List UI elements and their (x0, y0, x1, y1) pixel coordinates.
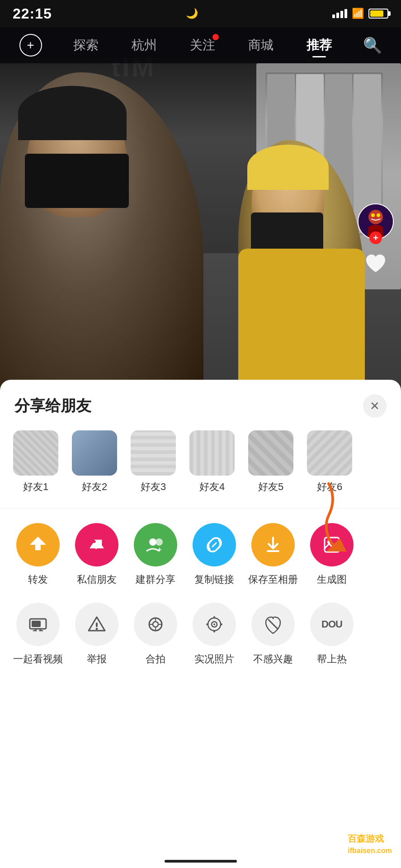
close-icon: ✕ (370, 399, 380, 413)
navigation-bar: + 探索 杭州 关注 商城 推荐 🔍 (0, 27, 401, 63)
duet-label: 合拍 (146, 652, 165, 666)
message-icon (86, 534, 108, 556)
friend-avatar (131, 430, 176, 476)
home-area (0, 684, 401, 720)
friend-avatar (189, 430, 235, 476)
friend-item[interactable]: 好友3 (128, 430, 178, 494)
message-icon-circle (75, 523, 118, 566)
action-generate[interactable]: 生成图 (305, 523, 359, 586)
save-album-label: 保存至相册 (248, 573, 298, 586)
friend-name: 好友2 (82, 480, 107, 494)
group-share-icon: + (145, 534, 166, 556)
svg-point-23 (213, 631, 215, 632)
not-interested-icon-circle (251, 603, 295, 646)
friend-item[interactable]: 好友1 (11, 430, 61, 494)
friend-avatar (13, 430, 58, 476)
promote-label: 帮上热 (317, 652, 347, 666)
friend-avatar (248, 430, 293, 476)
nav-item-hangzhou[interactable]: 杭州 (130, 33, 159, 57)
action-watch-together[interactable]: 一起看视频 (11, 603, 65, 666)
report-icon-circle (75, 603, 118, 646)
action-copy-link[interactable]: 复制链接 (187, 523, 241, 586)
not-interested-icon (262, 613, 284, 635)
actions-row-2: 一起看视频 举报 合拍 (0, 592, 401, 666)
live-photo-icon (203, 613, 225, 635)
close-button[interactable]: ✕ (363, 394, 387, 418)
plus-icon: + (27, 38, 34, 52)
live-photo-icon-circle (193, 603, 236, 646)
action-group[interactable]: + 建群分享 (128, 523, 183, 586)
heart-icon (363, 252, 388, 276)
action-promote[interactable]: DOU 帮上热 (305, 603, 359, 666)
report-label: 举报 (87, 652, 107, 666)
svg-point-22 (213, 616, 215, 618)
watermark-url: ifbaisen.com (348, 847, 392, 854)
add-button[interactable]: + (19, 34, 42, 57)
wifi-icon: 📶 (352, 8, 364, 19)
duet-icon (145, 613, 166, 635)
group-icon-circle: + (134, 523, 177, 566)
moon-icon: 🌙 (186, 8, 198, 19)
message-label: 私信朋友 (77, 573, 117, 586)
follow-plus-icon[interactable]: + (369, 231, 382, 244)
save-icon (262, 534, 284, 556)
forward-label: 转发 (28, 573, 48, 586)
action-not-interested[interactable]: 不感兴趣 (246, 603, 300, 666)
nav-item-recommend[interactable]: 推荐 (305, 33, 334, 57)
friend-avatar (72, 430, 117, 476)
svg-line-26 (269, 620, 278, 629)
dou-text: DOU (321, 618, 342, 630)
friend-name: 好友6 (317, 480, 342, 494)
friend-avatar (307, 430, 352, 476)
nav-item-shop[interactable]: 商城 (246, 33, 275, 57)
action-message[interactable]: 私信朋友 (70, 523, 124, 586)
save-icon-circle (251, 523, 295, 566)
watermark: 百森游戏 ifbaisen.com (348, 833, 392, 855)
svg-text:+: + (157, 546, 161, 553)
live-photo-label: 实况照片 (194, 652, 234, 666)
right-actions: + (358, 203, 394, 278)
friend-item[interactable]: 好友5 (246, 430, 296, 494)
action-live-photo[interactable]: 实况照片 (187, 603, 241, 666)
copy-link-label: 复制链接 (194, 573, 234, 586)
svg-point-7 (149, 538, 156, 546)
svg-point-1 (368, 210, 383, 224)
home-indicator (165, 860, 237, 863)
duet-icon-circle (134, 603, 177, 646)
watch-icon-circle (16, 603, 60, 646)
friend-item[interactable]: 好友6 (305, 430, 354, 494)
action-duet[interactable]: 合拍 (128, 603, 183, 666)
generate-icon (321, 534, 343, 556)
svg-point-2 (371, 213, 375, 217)
friend-name: 好友1 (23, 480, 48, 494)
svg-rect-15 (96, 623, 98, 627)
svg-point-16 (96, 628, 98, 630)
promote-icon-circle: DOU (310, 603, 354, 646)
friends-row[interactable]: 好友1 好友2 好友3 好友4 好友5 (0, 430, 401, 508)
svg-rect-10 (267, 550, 279, 552)
svg-point-25 (221, 623, 222, 625)
watch-icon (27, 613, 49, 635)
battery-icon (368, 9, 388, 19)
svg-rect-14 (32, 621, 41, 627)
friend-name: 好友4 (199, 480, 225, 494)
svg-point-3 (377, 213, 380, 217)
svg-point-18 (153, 622, 158, 627)
nav-item-explore[interactable]: 探索 (71, 33, 100, 57)
action-report[interactable]: 举报 (70, 603, 124, 666)
user-avatar-container[interactable]: + (358, 203, 394, 240)
friend-item[interactable]: 好友4 (187, 430, 237, 494)
nav-item-follow[interactable]: 关注 (188, 33, 217, 57)
link-icon (203, 534, 225, 556)
group-label: 建群分享 (136, 573, 175, 586)
action-save-album[interactable]: 保存至相册 (246, 523, 300, 586)
generate-icon-circle (310, 523, 354, 566)
svg-marker-4 (30, 537, 46, 550)
svg-point-8 (156, 538, 163, 546)
friend-item[interactable]: 好友2 (70, 430, 119, 494)
search-icon[interactable]: 🔍 (363, 36, 382, 54)
action-forward[interactable]: 转发 (11, 523, 65, 586)
not-interested-label: 不感兴趣 (253, 652, 293, 666)
sheet-header: 分享给朋友 ✕ (0, 394, 401, 430)
like-button[interactable] (362, 250, 389, 278)
